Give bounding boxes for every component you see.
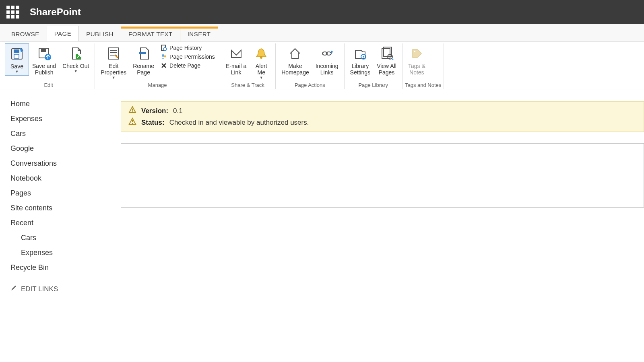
svg-rect-1 [14,49,19,53]
svg-rect-11 [139,52,146,54]
bell-icon [253,45,270,62]
ribbon: Save ▼ Save and Publish Check Out ▼ Edit [0,42,644,90]
nav-expenses[interactable]: Expenses [10,111,102,126]
ribbon-group-label-share-track: Share & Track [223,82,273,89]
nav-pages[interactable]: Pages [10,186,102,201]
incoming-links-button[interactable]: Incoming Links [312,43,342,77]
ribbon-group-page-library: Library Settings View All Pages Page Lib… [345,43,402,89]
nav-google[interactable]: Google [10,141,102,156]
library-settings-label: Library Settings [350,63,371,76]
ribbon-group-page-actions: Make Homepage Incoming Links Page Action… [276,43,344,89]
svg-point-20 [363,56,364,58]
svg-rect-4 [41,49,46,52]
dropdown-caret-icon: ▼ [112,76,116,80]
nav-notebook[interactable]: Notebook [10,171,102,186]
delete-page-button[interactable]: Delete Page [158,61,217,70]
history-icon [161,45,167,51]
tab-insert[interactable]: INSERT [180,27,219,41]
ribbon-group-edit: Save ▼ Save and Publish Check Out ▼ Edit [2,43,95,89]
dropdown-caret-icon: ▼ [260,76,263,80]
tags-notes-button[interactable]: Tags & Notes [405,43,429,77]
page-content: Version: 0.1 Status: Checked in and view… [121,101,644,208]
nav-recent-expenses[interactable]: Expenses [10,245,102,260]
tab-format-text[interactable]: FORMAT TEXT [121,27,180,41]
ribbon-group-share-track: E-mail a Link Alert Me ▼ Share & Track [220,43,276,89]
tab-browse[interactable]: BROWSE [4,27,47,41]
check-out-icon [67,45,84,62]
pencil-icon [10,285,17,293]
svg-point-13 [163,47,167,51]
nav-home[interactable]: Home [10,97,102,111]
alert-me-button[interactable]: Alert Me ▼ [250,43,273,81]
envelope-icon [228,45,245,62]
dropdown-caret-icon: ▼ [74,69,78,73]
ribbon-group-manage: Edit Properties ▼ Rename Page Page Histo… [95,43,220,89]
warning-icon [128,117,136,128]
page-permissions-button[interactable]: Page Permissions [158,52,217,61]
edit-links-button[interactable]: EDIT LINKS [10,280,102,298]
dropdown-caret-icon: ▼ [15,70,19,74]
tab-publish[interactable]: PUBLISH [79,27,121,41]
nav-recent-cars[interactable]: Cars [10,230,102,245]
svg-point-27 [132,111,133,112]
delete-page-label: Delete Page [169,62,200,69]
check-out-label: Check Out [62,63,89,69]
tags-icon [408,45,425,62]
nav-recycle-bin[interactable]: Recycle Bin [10,260,102,275]
check-out-button[interactable]: Check Out ▼ [59,43,92,75]
permissions-icon [161,53,167,60]
edit-properties-label: Edit Properties [101,63,126,76]
page-status-banner: Version: 0.1 Status: Checked in and view… [121,101,644,132]
view-all-pages-label: View All Pages [377,63,396,76]
app-launcher-button[interactable] [3,2,23,22]
ribbon-group-label-tags-notes: Tags and Notes [405,82,441,89]
svg-point-14 [162,54,164,57]
version-value: 0.1 [173,107,183,115]
ribbon-group-tags-notes: Tags & Notes Tags and Notes [402,43,444,89]
library-settings-icon [352,45,369,62]
nav-conversations[interactable]: Conversations [10,156,102,171]
nav-site-contents[interactable]: Site contents [10,201,102,216]
save-and-publish-button[interactable]: Save and Publish [29,43,59,77]
nav-cars[interactable]: Cars [10,126,102,141]
save-icon [8,45,25,62]
suite-header: SharePoint [0,0,644,24]
rename-page-button[interactable]: Rename Page [130,43,157,77]
ribbon-group-label-edit: Edit [5,82,92,89]
home-icon [287,45,303,62]
nav-recent[interactable]: Recent [10,216,102,230]
quick-launch-nav: Home Expenses Cars Google Conversations … [10,97,102,298]
svg-rect-2 [14,54,19,58]
edit-properties-button[interactable]: Edit Properties ▼ [97,43,130,81]
library-settings-button[interactable]: Library Settings [347,43,374,77]
tags-notes-label: Tags & Notes [408,63,425,76]
email-link-button[interactable]: E-mail a Link [223,43,250,77]
page-permissions-label: Page Permissions [169,53,215,60]
email-link-label: E-mail a Link [226,63,246,76]
make-homepage-button[interactable]: Make Homepage [278,43,312,77]
page-history-label: Page History [169,45,202,51]
edit-links-label: EDIT LINKS [21,285,58,293]
ribbon-group-label-page-actions: Page Actions [278,82,341,89]
alert-me-label: Alert Me [256,63,267,76]
svg-line-24 [392,58,393,60]
rename-page-label: Rename Page [133,63,154,76]
waffle-icon [6,6,19,19]
save-button[interactable]: Save ▼ [5,43,29,76]
svg-point-16 [260,56,262,59]
svg-point-25 [414,51,415,52]
status-value: Checked in and viewable by authorized us… [169,119,309,127]
tab-page[interactable]: PAGE [47,26,79,41]
page-history-button[interactable]: Page History [158,43,217,52]
save-label: Save [10,63,23,70]
brand-title[interactable]: SharePoint [30,6,81,18]
ribbon-tabs: BROWSE PAGE PUBLISH FORMAT TEXT INSERT [0,24,644,42]
view-all-icon [378,45,395,62]
ribbon-group-label-page-library: Page Library [347,82,400,89]
view-all-pages-button[interactable]: View All Pages [374,43,400,77]
ribbon-group-label-manage: Manage [97,82,217,89]
svg-point-29 [132,123,133,124]
page-editor-area[interactable] [121,143,644,208]
incoming-links-label: Incoming Links [316,63,339,76]
warning-icon [128,106,136,116]
